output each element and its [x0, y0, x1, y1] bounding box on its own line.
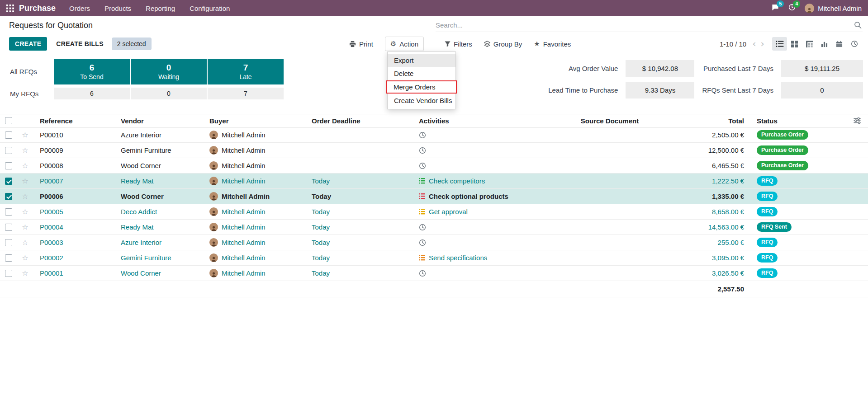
topbar-menu-orders[interactable]: Orders: [69, 5, 90, 12]
table-row[interactable]: ☆P00008Wood CornerMitchell Admin6,465.50…: [0, 158, 868, 174]
row-checkbox[interactable]: [5, 147, 12, 154]
activity-clock-icon[interactable]: [419, 239, 426, 246]
activities-cell[interactable]: [413, 162, 551, 169]
reference-cell[interactable]: P00007: [33, 177, 114, 185]
action-button[interactable]: ⚙ Action: [385, 37, 424, 51]
column-header-source[interactable]: Source Document: [551, 117, 662, 125]
optional-columns-icon[interactable]: [854, 117, 861, 124]
activity-clock-icon[interactable]: [419, 147, 426, 154]
filters-button[interactable]: Filters: [445, 40, 472, 48]
row-checkbox[interactable]: [5, 193, 12, 200]
row-checkbox[interactable]: [5, 208, 12, 216]
favorite-star-icon[interactable]: ☆: [22, 238, 28, 247]
reference-cell[interactable]: P00001: [33, 269, 114, 277]
activity-clock-icon[interactable]: [419, 224, 426, 231]
activities-cell[interactable]: Check competitors: [413, 177, 551, 185]
activities-cell[interactable]: [413, 224, 551, 231]
topbar-menu-products[interactable]: Products: [104, 5, 131, 12]
activities-icon[interactable]: 4: [788, 4, 796, 13]
my-rfq-count[interactable]: 6: [54, 88, 130, 99]
apps-grid-icon[interactable]: [6, 5, 14, 12]
row-checkbox[interactable]: [5, 131, 12, 139]
print-button[interactable]: Print: [349, 40, 373, 48]
favorite-star-icon[interactable]: ☆: [22, 207, 28, 216]
activities-cell[interactable]: Check optional products: [413, 192, 551, 200]
column-header-status[interactable]: Status: [750, 117, 846, 125]
messages-icon[interactable]: 5: [771, 4, 779, 13]
table-row[interactable]: ☆P00005Deco AddictMitchell AdminTodayGet…: [0, 204, 868, 220]
reference-cell[interactable]: P00006: [33, 192, 114, 200]
action-menu-item[interactable]: Export: [388, 54, 455, 67]
select-all-checkbox[interactable]: [5, 117, 12, 124]
favorite-star-icon[interactable]: ☆: [22, 177, 28, 185]
table-row[interactable]: ☆P00009Gemini FurnitureMitchell Admin12,…: [0, 143, 868, 158]
topbar-menu-reporting[interactable]: Reporting: [146, 5, 175, 12]
action-menu-item[interactable]: Create Vendor Bills: [388, 94, 455, 107]
favorite-star-icon[interactable]: ☆: [22, 269, 28, 277]
column-header-activities[interactable]: Activities: [413, 117, 551, 125]
pager-previous-icon[interactable]: ‹: [750, 39, 758, 49]
reference-cell[interactable]: P00004: [33, 223, 114, 231]
activity-clock-icon[interactable]: [419, 270, 426, 277]
column-header-deadline[interactable]: Order Deadline: [305, 117, 413, 125]
view-switch-calendar[interactable]: [832, 37, 847, 51]
favorite-star-icon[interactable]: ☆: [22, 131, 28, 139]
reference-cell[interactable]: P00010: [33, 131, 114, 139]
reference-cell[interactable]: P00003: [33, 239, 114, 246]
activities-cell[interactable]: [413, 239, 551, 246]
table-row[interactable]: ☆P00004Ready MatMitchell AdminToday14,56…: [0, 220, 868, 235]
activity-clock-icon[interactable]: [419, 162, 426, 169]
view-switch-kanban[interactable]: [787, 37, 802, 51]
favorite-star-icon[interactable]: ☆: [22, 253, 28, 262]
table-row[interactable]: ☆P00001Wood CornerMitchell AdminToday3,0…: [0, 266, 868, 281]
table-row[interactable]: ☆P00006Wood CornerMitchell AdminTodayChe…: [0, 189, 868, 204]
group-by-button[interactable]: Group By: [484, 40, 522, 48]
reference-cell[interactable]: P00005: [33, 208, 114, 216]
rfq-filter-waiting[interactable]: 0Waiting: [131, 59, 207, 84]
favorites-button[interactable]: ★ Favorites: [534, 40, 571, 48]
row-checkbox[interactable]: [5, 178, 12, 185]
view-switch-graph[interactable]: [817, 37, 832, 51]
reference-cell[interactable]: P00002: [33, 254, 114, 262]
my-rfq-count[interactable]: 0: [131, 88, 207, 99]
action-menu-item[interactable]: Delete: [388, 67, 455, 80]
table-row[interactable]: ☆P00003Azure InteriorMitchell AdminToday…: [0, 235, 868, 250]
table-row[interactable]: ☆P00002Gemini FurnitureMitchell AdminTod…: [0, 250, 868, 266]
row-checkbox[interactable]: [5, 162, 12, 169]
app-name[interactable]: Purchase: [19, 4, 56, 13]
row-checkbox[interactable]: [5, 224, 12, 231]
view-switch-activity[interactable]: [847, 37, 862, 51]
reference-cell[interactable]: P00008: [33, 162, 114, 169]
favorite-star-icon[interactable]: ☆: [22, 223, 28, 231]
row-checkbox[interactable]: [5, 239, 12, 246]
favorite-star-icon[interactable]: ☆: [22, 161, 28, 170]
column-header-total[interactable]: Total: [662, 117, 750, 125]
table-row[interactable]: ☆P00010Azure InteriorMitchell Admin2,505…: [0, 127, 868, 143]
create-button[interactable]: CREATE: [9, 37, 47, 51]
rfq-filter-late[interactable]: 7Late: [208, 59, 284, 84]
column-header-ref[interactable]: Reference: [33, 117, 114, 125]
topbar-menu-configuration[interactable]: Configuration: [190, 5, 230, 12]
column-header-buyer[interactable]: Buyer: [203, 117, 305, 125]
view-switch-list[interactable]: [772, 37, 787, 51]
my-rfq-count[interactable]: 7: [208, 88, 284, 99]
user-menu[interactable]: Mitchell Admin: [805, 4, 862, 13]
activities-cell[interactable]: Send specifications: [413, 254, 551, 262]
activities-cell[interactable]: [413, 147, 551, 154]
column-header-vendor[interactable]: Vendor: [114, 117, 203, 125]
action-menu-item[interactable]: Merge Orders: [386, 80, 457, 94]
favorite-star-icon[interactable]: ☆: [22, 192, 28, 201]
rfq-filter-to-send[interactable]: 6To Send: [54, 59, 130, 84]
row-checkbox[interactable]: [5, 254, 12, 262]
row-checkbox[interactable]: [5, 270, 12, 277]
activity-clock-icon[interactable]: [419, 131, 426, 139]
view-switch-pivot[interactable]: [802, 37, 817, 51]
search-input[interactable]: [436, 21, 853, 29]
pager-next-icon[interactable]: ›: [759, 39, 767, 49]
create-bills-button[interactable]: CREATE BILLS: [56, 40, 103, 47]
reference-cell[interactable]: P00009: [33, 146, 114, 154]
table-row[interactable]: ☆P00007Ready MatMitchell AdminTodayCheck…: [0, 174, 868, 189]
favorite-star-icon[interactable]: ☆: [22, 146, 28, 155]
activities-cell[interactable]: [413, 131, 551, 139]
activities-cell[interactable]: Get approval: [413, 208, 551, 216]
